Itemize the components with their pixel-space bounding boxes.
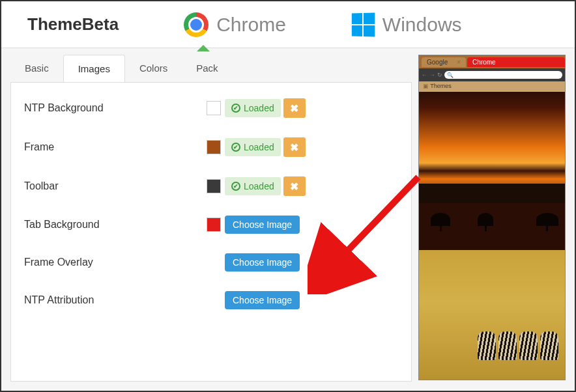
row-frame: Frame ✔ Loaded ✖ [24, 137, 398, 157]
row-label: Frame Overlay [24, 257, 207, 268]
remove-button[interactable]: ✖ [283, 137, 306, 157]
color-swatch[interactable] [207, 217, 221, 232]
preview-tab-label: Google [427, 59, 448, 66]
close-icon: × [457, 59, 461, 66]
nav-chrome[interactable]: Chrome [184, 12, 286, 37]
preview-tab-label: Chrome [472, 59, 496, 66]
check-icon: ✔ [231, 182, 240, 191]
preview-tab-active: Google × [422, 57, 466, 67]
nav-windows[interactable]: Windows [351, 13, 462, 36]
preview-tab-inactive: Chrome [467, 57, 565, 67]
close-icon: ✖ [290, 180, 298, 193]
content: Basic Images Colors Pack NTP Background … [1, 48, 575, 388]
preview-addressbar: 🔍 [444, 71, 562, 79]
status-text: Loaded [244, 181, 274, 191]
preview-tabstrip: Google × Chrome [419, 55, 565, 68]
preview-toolbar: ← → ↻ 🔍 [419, 68, 565, 81]
choose-image-button[interactable]: Choose Image [225, 291, 300, 309]
row-label: NTP Background [24, 102, 207, 114]
row-label: Toolbar [24, 180, 207, 192]
windows-icon [352, 12, 375, 36]
bookmark-label: Themes [430, 83, 452, 89]
chrome-icon [184, 12, 209, 37]
tab-colors[interactable]: Colors [125, 55, 182, 82]
check-icon: ✔ [231, 104, 240, 113]
row-label: Frame [24, 141, 207, 153]
search-icon: 🔍 [447, 72, 454, 78]
tab-images[interactable]: Images [63, 55, 125, 82]
preview-bookmarkbar: ▣ Themes [419, 81, 565, 92]
row-ntp-background: NTP Background ✔ Loaded ✖ [24, 98, 398, 118]
brand-logo[interactable]: ThemeBeta [27, 14, 119, 35]
nav-chrome-label: Chrome [216, 14, 286, 36]
status-loaded: ✔ Loaded [225, 138, 281, 156]
header: ThemeBeta Chrome Windows [1, 1, 575, 48]
choose-image-button[interactable]: Choose Image [225, 253, 300, 272]
nav-windows-label: Windows [382, 14, 462, 36]
color-swatch[interactable] [207, 101, 221, 115]
back-icon: ← [422, 72, 427, 78]
editor-pane: Basic Images Colors Pack NTP Background … [10, 55, 412, 382]
status-text: Loaded [244, 142, 274, 152]
status-loaded: ✔ Loaded [225, 99, 281, 117]
row-frame-overlay: Frame Overlay Choose Image [24, 253, 398, 272]
row-label: Tab Background [24, 219, 207, 231]
tab-basic[interactable]: Basic [10, 55, 63, 82]
theme-preview: Google × Chrome ← → ↻ 🔍 ▣ Themes [418, 55, 566, 380]
check-icon: ✔ [231, 143, 240, 152]
row-ntp-attribution: NTP Attribution Choose Image [24, 291, 398, 309]
choose-image-button[interactable]: Choose Image [225, 216, 300, 234]
forward-icon: → [429, 72, 435, 78]
favicon-icon: ▣ [423, 83, 430, 89]
tab-pack[interactable]: Pack [182, 55, 232, 82]
row-label: NTP Attribution [24, 294, 207, 306]
row-tab-background: Tab Background Choose Image [24, 216, 398, 234]
tabs: Basic Images Colors Pack [10, 55, 412, 82]
remove-button[interactable]: ✖ [283, 98, 306, 118]
reload-icon: ↻ [437, 72, 442, 78]
status-text: Loaded [244, 103, 274, 113]
remove-button[interactable]: ✖ [283, 176, 306, 196]
color-swatch[interactable] [207, 140, 221, 154]
images-panel: NTP Background ✔ Loaded ✖ Frame ✔ Loaded… [10, 82, 412, 382]
row-toolbar: Toolbar ✔ Loaded ✖ [24, 176, 398, 196]
status-loaded: ✔ Loaded [225, 177, 281, 195]
color-swatch[interactable] [207, 179, 221, 193]
close-icon: ✖ [290, 141, 298, 154]
close-icon: ✖ [290, 102, 298, 115]
preview-ntp-background [419, 92, 565, 380]
